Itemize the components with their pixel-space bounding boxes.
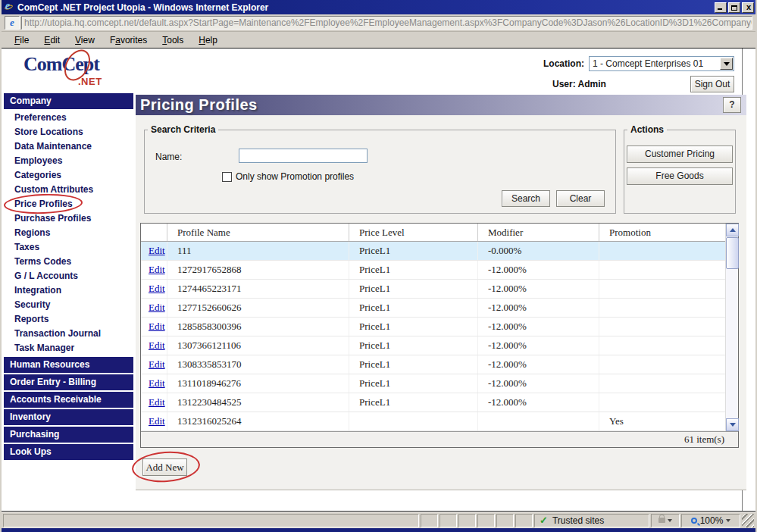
sidebar-item-regions[interactable]: Regions — [4, 226, 133, 240]
sidebar-item-purchase-profiles[interactable]: Purchase Profiles — [4, 211, 133, 226]
table-row: Edit 111 PriceL1 -0.000% — [141, 242, 725, 261]
maximize-icon — [731, 5, 737, 11]
cell-promotion — [599, 355, 725, 374]
help-button[interactable]: ? — [723, 97, 741, 113]
header-promotion: Promotion — [599, 224, 725, 241]
sidebar-section-inventory[interactable]: Inventory — [4, 409, 133, 425]
sidebar-item-categories[interactable]: Categories — [4, 168, 133, 183]
sidebar-item-taxes[interactable]: Taxes — [4, 240, 133, 255]
edit-link[interactable]: Edit — [149, 245, 165, 257]
maximize-button[interactable] — [728, 2, 740, 13]
menu-edit[interactable]: Edit — [37, 33, 67, 47]
name-label: Name: — [155, 152, 182, 162]
url-field[interactable]: http://utopia.hq.comcept.net/default.asp… — [21, 16, 752, 30]
minimize-button[interactable] — [715, 2, 727, 13]
window-titlebar: e ComCept .NET Project Utopia - Windows … — [2, 0, 755, 14]
sidebar-section-human-resources[interactable]: Human Resources — [4, 357, 133, 373]
edit-link[interactable]: Edit — [149, 358, 165, 371]
trusted-sites-label: Trusted sites — [552, 515, 604, 526]
edit-link[interactable]: Edit — [149, 264, 165, 276]
customer-pricing-button[interactable]: Customer Pricing — [627, 146, 733, 163]
sidebar-item-terms-codes[interactable]: Terms Codes — [4, 255, 133, 269]
cell-price-level: PriceL1 — [349, 393, 478, 412]
resize-grip[interactable] — [742, 514, 754, 527]
menu-bar: File Edit View Favorites Tools Help — [2, 32, 755, 48]
sidebar-item-reports[interactable]: Reports — [4, 312, 133, 327]
table-row: Edit 1272917652868 PriceL1 -12.000% — [141, 261, 725, 280]
zoom-level: 100% — [700, 515, 724, 526]
edit-link[interactable]: Edit — [149, 283, 165, 295]
scroll-up-icon[interactable] — [726, 224, 739, 236]
edit-link[interactable]: Edit — [149, 321, 165, 333]
scroll-thumb[interactable] — [726, 237, 739, 269]
sidebar-section-look-ups[interactable]: Look Ups — [4, 444, 133, 460]
cell-price-level: PriceL1 — [349, 299, 478, 317]
free-goods-button[interactable]: Free Goods — [627, 167, 733, 185]
menu-help[interactable]: Help — [192, 33, 224, 47]
cell-promotion — [599, 242, 725, 260]
cell-modifier: -12.000% — [478, 393, 599, 412]
zoom-panel[interactable]: 100% — [681, 514, 740, 527]
menu-tools[interactable]: Tools — [155, 33, 190, 47]
sign-out-button[interactable]: Sign Out — [690, 76, 734, 92]
sidebar-item-employees[interactable]: Employees — [4, 154, 133, 168]
status-message-panel — [3, 514, 419, 527]
status-panel — [515, 514, 533, 527]
cell-profile-name: 1311018946276 — [167, 374, 349, 393]
cell-promotion — [599, 318, 725, 336]
cell-promotion — [599, 393, 725, 412]
cell-profile-name: 1312316025264 — [167, 412, 349, 430]
menu-file[interactable]: File — [8, 33, 36, 47]
comcept-logo: ComCept .NET — [23, 53, 122, 89]
page-title: Pricing Profiles — [136, 96, 258, 114]
close-button[interactable]: x — [742, 2, 754, 13]
grid-scrollbar[interactable] — [725, 224, 738, 431]
sidebar-section-company[interactable]: Company — [4, 93, 133, 109]
status-panel — [496, 514, 514, 527]
cell-modifier: -0.000% — [478, 242, 599, 260]
header-edit-column — [141, 224, 167, 241]
edit-link[interactable]: Edit — [149, 302, 165, 314]
location-select[interactable]: 1 - Comcept Enterprises 01 — [589, 56, 734, 71]
status-bar: ✓ Trusted sites 100% — [2, 512, 755, 528]
cell-modifier: -12.000% — [478, 280, 599, 298]
sidebar-section-order-entry-billing[interactable]: Order Entry - Billing — [4, 374, 133, 390]
sidebar-section-accounts-receivable[interactable]: Accounts Receivable — [4, 392, 133, 408]
scroll-down-icon[interactable] — [726, 418, 739, 431]
user-label: User: Admin — [552, 79, 606, 89]
menu-view[interactable]: View — [68, 33, 102, 47]
sidebar-item-security[interactable]: Security — [4, 298, 133, 312]
sidebar-item-gl-accounts[interactable]: G / L Accounts — [4, 269, 133, 283]
edit-link[interactable]: Edit — [149, 396, 165, 408]
clear-button[interactable]: Clear — [556, 190, 605, 207]
cell-price-level: PriceL1 — [349, 242, 478, 260]
menu-favorites[interactable]: Favorites — [103, 33, 154, 47]
sidebar-item-store-locations[interactable]: Store Locations — [4, 125, 133, 139]
protected-mode-panel[interactable] — [651, 514, 680, 527]
sidebar-item-task-manager[interactable]: Task Manager — [4, 341, 133, 355]
sidebar-item-integration[interactable]: Integration — [4, 283, 133, 298]
cell-profile-name: 1285858300396 — [167, 318, 349, 336]
edit-link[interactable]: Edit — [149, 340, 165, 352]
status-panel — [458, 514, 476, 527]
sidebar-item-transaction-journal[interactable]: Transaction Journal — [4, 327, 133, 341]
cell-profile-name: 1308335853170 — [167, 355, 349, 374]
cell-promotion — [599, 336, 725, 355]
search-button[interactable]: Search — [502, 190, 550, 207]
edit-link[interactable]: Edit — [149, 377, 165, 390]
trusted-sites-panel: ✓ Trusted sites — [534, 514, 649, 527]
site-header: ComCept .NET 1 Location: 1 - Comcept Ent… — [4, 49, 742, 93]
grid-footer: 61 item(s) — [141, 431, 738, 447]
status-panel — [421, 514, 438, 527]
item-count: 61 item(s) — [684, 433, 724, 446]
promotion-checkbox[interactable] — [222, 172, 232, 182]
chevron-down-icon[interactable] — [720, 58, 733, 70]
name-input[interactable] — [239, 149, 368, 163]
cell-promotion — [599, 374, 725, 393]
table-row: Edit 1285858300396 PriceL1 -12.000% — [141, 318, 725, 336]
sidebar-item-price-profiles[interactable]: Price Profiles — [4, 197, 133, 211]
sidebar-section-purchasing[interactable]: Purchasing — [4, 427, 133, 443]
sidebar-item-preferences[interactable]: Preferences — [4, 111, 133, 125]
edit-link[interactable]: Edit — [149, 415, 165, 427]
sidebar-item-data-maintenance[interactable]: Data Maintenance — [4, 139, 133, 154]
